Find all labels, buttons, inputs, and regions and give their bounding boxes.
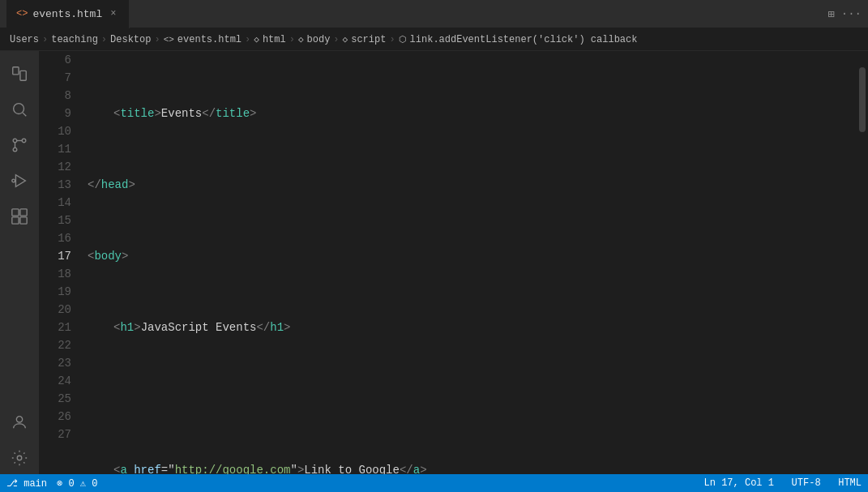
explorer-icon[interactable] [3,58,36,90]
breadcrumb-desktop[interactable]: Desktop [110,34,151,45]
code-line-9: <h1>JavaScript Events</h1> [88,319,868,336]
code-line-8: <body> [88,247,868,265]
vertical-scrollbar[interactable] [857,51,868,474]
title-bar-actions: ⊞ ··· [827,7,862,21]
svg-rect-11 [12,217,19,224]
status-right: Ln 17, Col 1 UTF-8 HTML [704,477,862,489]
breadcrumb-html-icon: ◇ [254,34,259,45]
breadcrumb-body[interactable]: body [307,34,331,45]
svg-point-6 [22,139,26,143]
breadcrumb-users[interactable]: Users [10,34,39,45]
tab-filename: events.html [32,8,102,20]
breadcrumb-teaching[interactable]: teaching [51,34,98,45]
svg-rect-10 [20,209,27,216]
code-editor[interactable]: <title>Events</title> </head> <body> <h1… [81,51,868,474]
activity-bar [0,51,39,474]
breadcrumb: Users › teaching › Desktop › <> events.h… [0,28,868,51]
extensions-icon[interactable] [3,200,36,233]
line-numbers: 6 7 8 9 10 11 12 13 14 15 16 17 18 19 20… [39,51,81,474]
status-errors: ⊗ 0 ⚠ 0 [57,477,97,490]
source-control-icon[interactable] [3,129,36,161]
svg-marker-7 [15,175,25,187]
svg-rect-1 [20,71,26,80]
status-branch: ⎇ main [6,477,47,490]
code-area[interactable]: 6 7 8 9 10 11 12 13 14 15 16 17 18 19 20… [39,51,868,474]
main-area: 6 7 8 9 10 11 12 13 14 15 16 17 18 19 20… [0,51,868,474]
scrollbar-thumb[interactable] [859,67,866,132]
svg-point-14 [17,456,22,460]
breadcrumb-filename[interactable]: events.html [177,34,242,45]
editor-tab[interactable]: <> events.html × [6,0,130,28]
code-line-10 [88,390,868,408]
tab-close-button[interactable]: × [107,6,119,21]
breadcrumb-html[interactable]: html [263,34,286,45]
breadcrumb-script-icon: ◇ [343,34,348,45]
run-debug-icon[interactable] [3,165,36,197]
svg-rect-12 [20,217,27,224]
editor[interactable]: 6 7 8 9 10 11 12 13 14 15 16 17 18 19 20… [39,51,868,474]
svg-point-5 [13,139,17,143]
more-actions-button[interactable]: ··· [841,7,862,21]
breadcrumb-callback-icon: ⬡ [399,34,407,45]
svg-line-3 [23,113,26,116]
svg-point-13 [16,417,22,422]
split-editor-button[interactable]: ⊞ [827,7,834,21]
svg-rect-0 [13,67,19,75]
breadcrumb-body-icon: ◇ [298,34,304,45]
svg-point-2 [14,104,24,114]
code-line-11: <a href="http://google.com">Link to Goog… [88,461,868,474]
svg-point-8 [12,179,15,182]
settings-icon[interactable] [3,442,36,474]
breadcrumb-script[interactable]: script [351,34,386,45]
search-icon[interactable] [3,93,36,126]
title-bar: <> events.html × ⊞ ··· [0,0,868,28]
code-line-6: <title>Events</title> [88,105,868,122]
svg-point-4 [13,148,17,152]
code-line-7: </head> [88,176,868,194]
account-icon[interactable] [3,406,36,439]
svg-rect-9 [12,209,19,216]
breadcrumb-callback[interactable]: link.addEventListener('click') callback [410,34,638,45]
status-bar: ⎇ main ⊗ 0 ⚠ 0 Ln 17, Col 1 UTF-8 HTML [0,474,868,492]
tab-file-icon: <> [16,8,28,19]
breadcrumb-file-icon: <> [164,35,174,45]
